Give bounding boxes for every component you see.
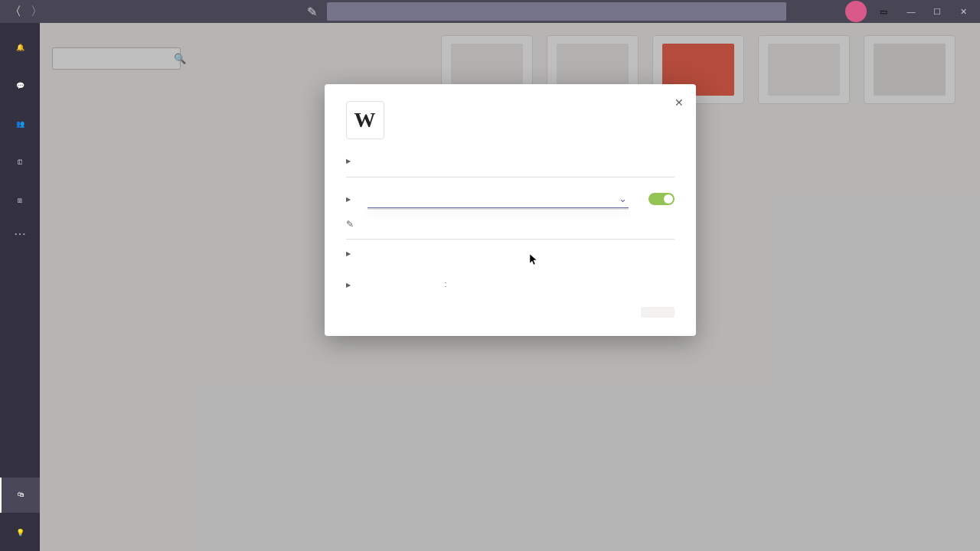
- maximize-button[interactable]: ☐: [926, 2, 948, 21]
- calendar-icon: 🗓: [12, 155, 28, 170]
- rail-teams[interactable]: 👥: [0, 107, 40, 142]
- briefcase-icon[interactable]: ▭: [873, 2, 894, 21]
- view-more-link[interactable]: ▶: [346, 250, 675, 257]
- window-controls: — ☐ ✕: [900, 2, 974, 21]
- minimize-button[interactable]: —: [900, 2, 922, 21]
- left-rail: 🔔 💬 👥 🗓 🗎 ⋯ 🛍 💡: [0, 23, 40, 551]
- rail-store[interactable]: 🛍: [0, 478, 40, 513]
- close-icon[interactable]: ✕: [675, 96, 684, 109]
- terms-link[interactable]: :: [445, 279, 447, 289]
- compose-icon[interactable]: ✎: [302, 2, 321, 21]
- edit-icon: ✎: [346, 219, 354, 230]
- view-features-link[interactable]: ▶: [346, 158, 354, 165]
- nav-arrows: 〈 〉: [6, 2, 46, 21]
- rail-feedback[interactable]: 💡: [0, 516, 40, 551]
- team-dropdown: [368, 208, 629, 210]
- chevron-down-icon: ⌄: [619, 193, 627, 204]
- bulb-icon: 💡: [12, 525, 28, 540]
- rail-files[interactable]: 🗎: [0, 184, 40, 219]
- toggle-switch[interactable]: [648, 193, 675, 205]
- chat-icon: 💬: [12, 78, 28, 93]
- rail-meetings[interactable]: 🗓: [0, 145, 40, 181]
- team-select[interactable]: ⌄: [368, 190, 629, 208]
- titlebar: 〈 〉 ✎ ▭ — ☐ ✕: [0, 0, 980, 23]
- rail-activity[interactable]: 🔔: [0, 31, 40, 66]
- back-button[interactable]: 〈: [6, 2, 24, 21]
- bell-icon: 🔔: [12, 40, 28, 55]
- command-search[interactable]: [327, 2, 786, 21]
- rail-chat[interactable]: 💬: [0, 69, 40, 104]
- wikipedia-icon: W: [346, 101, 384, 139]
- install-button[interactable]: [641, 307, 675, 318]
- avatar[interactable]: [845, 1, 867, 22]
- app-install-modal: ✕ W ▶: [325, 84, 696, 336]
- view-features-link[interactable]: ▶: [346, 196, 354, 203]
- store-icon: 🛍: [13, 487, 28, 502]
- close-button[interactable]: ✕: [952, 2, 974, 21]
- teams-icon: 👥: [12, 116, 28, 132]
- rail-more[interactable]: ⋯: [14, 227, 26, 241]
- files-icon: 🗎: [12, 193, 28, 208]
- modal-overlay: ✕ W ▶: [40, 23, 980, 551]
- forward-button[interactable]: 〉: [28, 2, 46, 21]
